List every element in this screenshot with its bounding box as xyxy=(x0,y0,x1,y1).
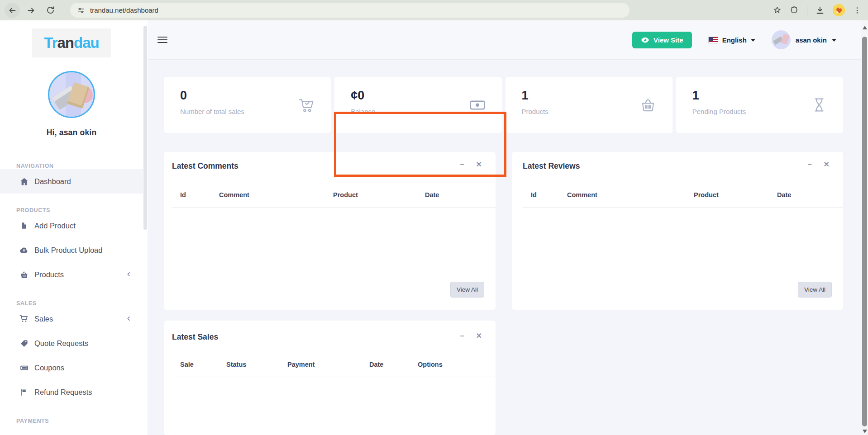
cart-check-icon xyxy=(297,96,315,114)
scroll-up-arrow-icon[interactable] xyxy=(863,26,867,29)
scroll-down-arrow-icon[interactable] xyxy=(863,430,867,433)
column-header: Sale xyxy=(180,361,226,368)
hourglass-icon xyxy=(811,96,828,114)
close-icon[interactable]: ✕ xyxy=(824,161,830,168)
sidebar-item-sales[interactable]: Sales xyxy=(0,307,143,331)
profile-fox-icon xyxy=(833,4,845,16)
sidebar-item-coupons[interactable]: Coupons xyxy=(0,355,143,380)
minimize-icon[interactable]: – xyxy=(460,161,464,168)
column-header: Comment xyxy=(219,191,333,199)
sidebar-item-label: Sales xyxy=(34,315,53,323)
panel-title: Latest Sales xyxy=(172,332,496,342)
language-selector[interactable]: English xyxy=(708,36,755,44)
sidebar-item-label: Dashboard xyxy=(34,177,71,186)
forward-arrow-icon xyxy=(26,5,36,15)
user-greeting: Hi, asan okin xyxy=(0,128,143,137)
sidebar-item-bulk-product-upload[interactable]: Bulk Product Upload xyxy=(0,238,143,262)
caret-down-icon xyxy=(832,39,836,42)
user-menu[interactable]: asan okin xyxy=(772,30,836,49)
sidebar-item-label: Bulk Product Upload xyxy=(34,246,102,255)
reload-icon xyxy=(46,5,55,15)
logo-text: Trandau xyxy=(44,34,99,52)
eye-icon xyxy=(641,36,649,44)
latest-reviews-panel: Latest Reviews – ✕ Id Comment Product Da… xyxy=(512,152,843,310)
browser-profile-avatar[interactable] xyxy=(833,4,845,16)
minimize-icon[interactable]: – xyxy=(460,332,464,340)
sidebar-item-label: Add Product xyxy=(34,222,76,230)
column-header: Options xyxy=(418,361,443,368)
page-scrollbar-thumb[interactable] xyxy=(862,37,867,426)
panel-title: Latest Reviews xyxy=(523,161,843,171)
app-logo[interactable]: Trandau xyxy=(32,28,111,57)
sidebar-item-label: Refund Requests xyxy=(34,388,92,397)
back-arrow-icon xyxy=(7,5,17,15)
table-header-row: Sale Status Payment Date Options xyxy=(172,361,496,368)
column-header: Product xyxy=(333,191,425,199)
flag-icon xyxy=(19,387,29,397)
tag-icon xyxy=(19,338,29,348)
stat-card-total-sales: 0 Number of total sales xyxy=(164,77,331,133)
sidebar-item-refund-requests[interactable]: Refund Requests xyxy=(0,380,143,404)
sidebar-item-quote-requests[interactable]: Quote Requests xyxy=(0,331,143,355)
panel-title: Latest Comments xyxy=(172,161,496,171)
column-header: Status xyxy=(226,361,287,368)
sidebar-item-dashboard[interactable]: Dashboard xyxy=(0,169,143,194)
address-bar[interactable]: trandau.net/dashboard xyxy=(70,3,630,18)
user-profile-avatar xyxy=(48,71,95,118)
caret-down-icon xyxy=(751,39,755,42)
column-header: Date xyxy=(369,361,418,368)
bookmark-star-icon[interactable] xyxy=(773,5,782,15)
stat-card-products: 1 Products xyxy=(506,77,672,133)
sidebar-item-add-product[interactable]: Add Product xyxy=(0,213,143,238)
table-divider xyxy=(523,207,843,208)
sidebar-item-label: Coupons xyxy=(34,364,64,372)
banknote-icon xyxy=(468,96,486,114)
view-all-comments-button[interactable]: View All xyxy=(450,282,484,298)
sidebar: Trandau Hi, asan okin NAVIGATION Dashboa… xyxy=(0,20,143,435)
language-label: English xyxy=(722,36,747,44)
downloads-icon[interactable] xyxy=(815,5,825,15)
close-icon[interactable]: ✕ xyxy=(476,161,482,168)
nav-section-label: PRODUCTS xyxy=(16,207,143,213)
nav-section-label: PAYMENTS xyxy=(16,418,143,424)
file-icon xyxy=(19,221,29,231)
stat-card-pending-products: 1 Pending Products xyxy=(676,77,843,133)
nav-section-label: NAVIGATION xyxy=(16,163,143,169)
browser-back-button[interactable] xyxy=(5,3,20,18)
view-site-button[interactable]: View Site xyxy=(632,32,692,48)
cloud-upload-icon xyxy=(19,245,29,255)
us-flag-icon xyxy=(708,37,718,43)
sidebar-scrollbar-thumb[interactable] xyxy=(143,26,147,230)
extensions-icon[interactable] xyxy=(790,5,799,15)
minimize-icon[interactable]: – xyxy=(808,161,812,168)
column-header: Product xyxy=(694,191,777,199)
stats-row: 0 Number of total sales ¢0 Balance xyxy=(164,77,843,133)
menu-toggle-button[interactable] xyxy=(157,35,167,44)
site-settings-icon[interactable] xyxy=(76,6,86,15)
stat-card-balance: ¢0 Balance xyxy=(334,77,501,133)
sidebar-item-label: Quote Requests xyxy=(34,339,88,348)
cart-icon xyxy=(19,314,29,324)
sidebar-item-products[interactable]: Products xyxy=(0,262,143,287)
column-header: Id xyxy=(180,191,219,199)
basket-icon xyxy=(639,96,657,114)
sidebar-scrollbar[interactable] xyxy=(143,20,148,435)
browser-menu-kebab-icon[interactable] xyxy=(853,6,862,15)
browser-reload-button[interactable] xyxy=(43,3,58,18)
page-scrollbar[interactable] xyxy=(861,20,868,435)
close-icon[interactable]: ✕ xyxy=(476,332,482,340)
browser-forward-button[interactable] xyxy=(24,3,39,18)
table-header-row: Id Comment Product Date xyxy=(523,191,843,199)
top-header: View Site English asan okin xyxy=(148,20,861,60)
view-all-reviews-button[interactable]: View All xyxy=(798,282,832,298)
chevron-left-icon xyxy=(125,315,132,322)
home-icon xyxy=(19,176,29,186)
table-header-row: Id Comment Product Date xyxy=(172,191,496,199)
header-user-avatar xyxy=(772,30,791,49)
url-text[interactable]: trandau.net/dashboard xyxy=(90,6,158,14)
column-header: Comment xyxy=(567,191,694,199)
browser-toolbar: trandau.net/dashboard xyxy=(0,0,868,20)
column-header: Date xyxy=(425,191,439,199)
toolbar-separator xyxy=(807,6,807,15)
latest-sales-panel: Latest Sales – ✕ Sale Status Payment Dat… xyxy=(164,321,496,435)
